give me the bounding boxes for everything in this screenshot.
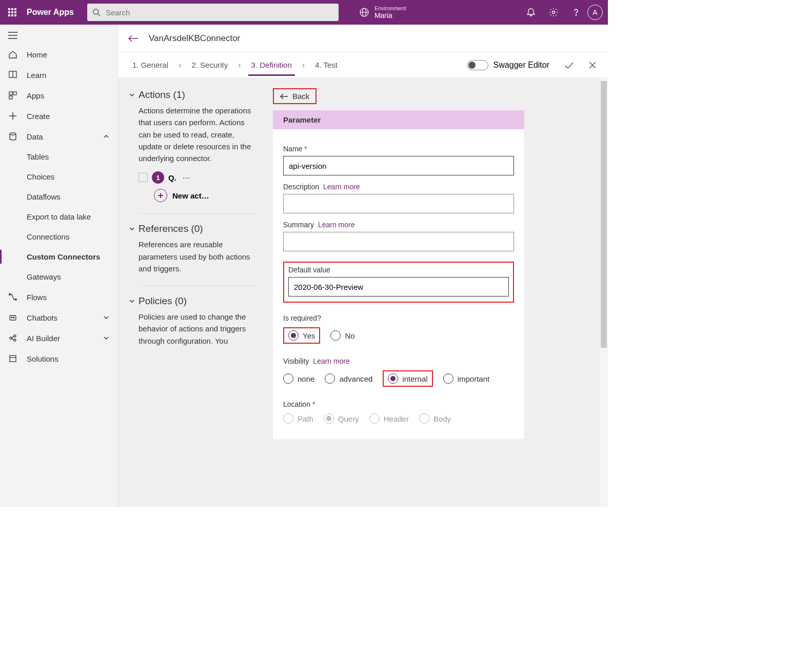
- svg-point-21: [11, 317, 12, 318]
- radio-no[interactable]: [330, 330, 341, 341]
- summary-input[interactable]: [283, 232, 514, 251]
- chevron-down-icon: [103, 335, 109, 341]
- action-label: Q.: [168, 173, 176, 182]
- svg-rect-28: [10, 355, 16, 362]
- svg-point-17: [10, 133, 16, 135]
- learn-more-link[interactable]: Learn more: [313, 357, 350, 365]
- chevron-right-icon: ›: [295, 61, 312, 70]
- bot-icon: [8, 313, 21, 322]
- actions-header[interactable]: Actions (1): [128, 89, 255, 101]
- apps-icon: [8, 91, 21, 100]
- nav-solutions[interactable]: Solutions: [0, 348, 117, 369]
- brand-label: Power Apps: [25, 8, 81, 17]
- name-input[interactable]: [283, 156, 514, 175]
- radio-important[interactable]: [443, 373, 453, 384]
- radio-internal[interactable]: [388, 373, 398, 384]
- svg-point-24: [14, 335, 16, 337]
- actions-desc: Actions determine the operations that us…: [128, 105, 255, 164]
- step-security[interactable]: 2. Security: [188, 54, 231, 76]
- nav-connections[interactable]: Connections: [0, 227, 117, 247]
- description-input[interactable]: [283, 194, 514, 213]
- parameter-strip: Parameter: [273, 110, 524, 129]
- step-test[interactable]: 4. Test: [312, 54, 341, 76]
- svg-point-23: [10, 337, 12, 339]
- nav-create[interactable]: Create: [0, 106, 117, 126]
- action-item[interactable]: 1 Q. ···: [139, 171, 255, 184]
- nav-custom-connectors[interactable]: Custom Connectors: [0, 247, 117, 267]
- actions-panel: Actions (1) Actions determine the operat…: [118, 78, 262, 507]
- search-input[interactable]: [106, 8, 339, 17]
- search-icon: [87, 8, 106, 16]
- scrollbar[interactable]: [600, 78, 608, 507]
- back-arrow-icon[interactable]: [118, 34, 149, 43]
- chevron-down-icon: [128, 225, 135, 232]
- nav-home[interactable]: Home: [0, 44, 117, 65]
- svg-point-0: [93, 9, 98, 14]
- notifications-icon[interactable]: [520, 0, 542, 25]
- nav-export[interactable]: Export to data lake: [0, 207, 117, 227]
- radio-yes[interactable]: [288, 330, 299, 341]
- more-icon[interactable]: ···: [183, 172, 190, 183]
- new-action-button[interactable]: + New act…: [154, 189, 255, 202]
- nav-choices[interactable]: Choices: [0, 167, 117, 187]
- nav-apps[interactable]: Apps: [0, 85, 117, 106]
- radio-query: [324, 413, 334, 424]
- nav-learn[interactable]: Learn: [0, 65, 117, 85]
- svg-point-5: [552, 11, 555, 14]
- globe-icon: [359, 7, 369, 17]
- isrequired-label: Is required?: [283, 314, 514, 322]
- nav-dataflows[interactable]: Dataflows: [0, 187, 117, 207]
- book-icon: [8, 70, 21, 80]
- nav-collapse-icon[interactable]: [0, 27, 117, 44]
- policies-header[interactable]: Policies (0): [128, 295, 255, 307]
- learn-more-link[interactable]: Learn more: [318, 221, 355, 229]
- svg-line-1: [98, 14, 100, 16]
- main-area: VanArsdelKBConnector 1. General › 2. Sec…: [118, 25, 608, 507]
- check-icon[interactable]: [564, 60, 574, 70]
- radio-advanced[interactable]: [325, 373, 335, 384]
- help-icon[interactable]: [565, 0, 587, 25]
- nav-flows[interactable]: Flows: [0, 287, 117, 307]
- flow-icon: [8, 292, 21, 302]
- nav-chatbots[interactable]: Chatbots: [0, 307, 117, 328]
- step-bar: 1. General › 2. Security › 3. Definition…: [118, 52, 608, 78]
- side-nav: Home Learn Apps Create Data Tables Choic…: [0, 25, 118, 507]
- search-box[interactable]: [87, 4, 339, 21]
- name-label: Name*: [283, 145, 514, 153]
- nav-data[interactable]: Data: [0, 126, 117, 147]
- close-icon[interactable]: [588, 61, 597, 69]
- radio-header: [369, 413, 380, 424]
- title-bar: VanArsdelKBConnector: [118, 25, 608, 52]
- references-header[interactable]: References (0): [128, 223, 255, 234]
- environment-picker[interactable]: Environment Maria: [359, 5, 406, 19]
- nav-gateways[interactable]: Gateways: [0, 267, 117, 287]
- default-label: Default value: [288, 266, 509, 274]
- required-yes-group: Yes: [283, 327, 320, 344]
- swagger-label: Swagger Editor: [493, 61, 549, 70]
- location-label: Location*: [283, 400, 514, 408]
- swagger-toggle[interactable]: [467, 60, 488, 70]
- nav-ai-builder[interactable]: AI Builder: [0, 328, 117, 348]
- summary-label: SummaryLearn more: [283, 221, 514, 229]
- svg-rect-14: [9, 96, 12, 99]
- avatar[interactable]: A: [587, 5, 603, 20]
- settings-icon[interactable]: [542, 0, 565, 25]
- radio-path: [283, 413, 293, 424]
- env-label: Environment: [374, 5, 406, 11]
- app-launcher-icon[interactable]: [0, 8, 25, 16]
- back-button[interactable]: Back: [273, 88, 317, 104]
- default-value-input[interactable]: [288, 277, 509, 297]
- svg-point-25: [14, 339, 16, 341]
- nav-tables[interactable]: Tables: [0, 147, 117, 167]
- action-badge: 1: [152, 171, 164, 184]
- page-title: VanArsdelKBConnector: [149, 33, 240, 44]
- chevron-down-icon: [103, 314, 109, 321]
- radio-none[interactable]: [283, 373, 293, 384]
- learn-more-link[interactable]: Learn more: [323, 183, 360, 191]
- step-general[interactable]: 1. General: [129, 54, 171, 76]
- svg-rect-20: [10, 315, 16, 320]
- visibility-internal-group: internal: [383, 370, 432, 387]
- checkbox[interactable]: [139, 173, 148, 182]
- radio-body: [419, 413, 429, 424]
- step-definition[interactable]: 3. Definition: [248, 54, 295, 76]
